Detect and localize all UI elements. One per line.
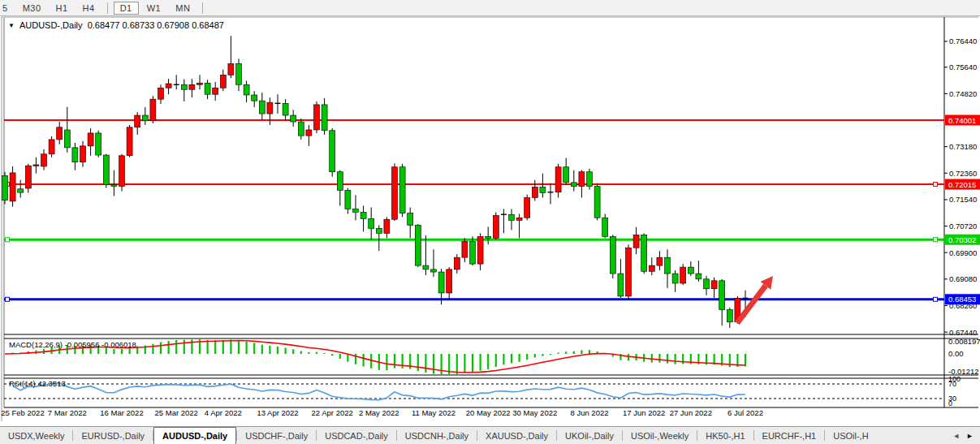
symbol-tab-eurusd-daily[interactable]: EURUSD-,Daily [73,427,153,444]
candle-body-bull [135,115,140,127]
timeframe-button-M30[interactable]: M30 [16,2,48,15]
candle-body-bull [477,236,483,264]
candle-body-bull [462,241,468,257]
timeframe-button-H4[interactable]: H4 [76,2,101,15]
candle-body-bull [41,154,47,166]
symbol-tab-usoil-h[interactable]: USOil-,H [825,427,876,444]
candle-body-bear [72,148,78,162]
candle-body-bull [88,133,93,146]
symbol-tab-usdx-weekly[interactable]: USDX,Weekly [0,427,72,444]
candle-body-bull [166,84,171,88]
price-axis-label: 0.72360 [949,169,977,178]
tab-scroll-left-icon[interactable]: ◄ [949,432,963,440]
candle-body-bull [267,102,273,114]
symbol-tab-usdcad-daily[interactable]: USDCAD-,Daily [317,427,396,444]
candle-body-bear [431,269,437,272]
line-handle[interactable] [934,183,938,187]
timeframe-button-5[interactable]: 5 [1,2,15,15]
chart-canvas[interactable]: 0.764400.756400.748200.731800.723600.715… [0,16,980,426]
candle-body-bear [111,185,117,187]
date-axis-label: 17 Jun 2022 [623,408,665,417]
candle-body-bull [633,235,639,248]
candle-body-bear [259,101,265,114]
price-axis-label: 0.74820 [949,89,977,98]
date-axis-label: 6 Jul 2022 [727,408,763,417]
date-axis-label: 27 Jun 2022 [670,408,712,417]
candle-body-bull [711,281,717,289]
candle-body-bear [727,310,732,322]
candle-body-bull [25,166,31,188]
candle-body-bull [197,83,203,84]
chart-ohlc-values: 0.68477 0.68733 0.67908 0.68487 [88,20,224,30]
candle-body-bull [158,88,164,99]
price-badge-text: 0.72015 [948,180,976,189]
candle-body-bull [150,99,156,121]
candle-body-bear [96,133,101,155]
macd-indicator-label: MACD(12,26,9) -0.005956 -0.006018 [9,340,136,349]
line-handle[interactable] [6,297,10,301]
candle-body-bear [64,130,70,148]
price-axis-label: 0.70720 [949,222,977,231]
candle-body-bear [18,189,24,192]
symbol-tab-usdcnh-daily[interactable]: USDCNH-,Daily [397,427,477,444]
candle-body-bear [291,115,296,122]
candle-body-bull [220,75,226,88]
candle-body-bear [337,172,343,191]
candle-body-bull [127,127,132,156]
candle-body-bull [447,269,452,293]
timeframe-button-W1[interactable]: W1 [140,2,168,15]
price-badge-text: 0.70302 [948,235,976,244]
candle-body-bear [618,274,624,296]
chart-background [0,16,980,426]
candle-body-bear [345,190,351,209]
candle-body-bear [602,218,608,236]
rsi-axis-label-0: 0 [948,399,952,407]
candle-body-bear [353,209,359,212]
price-axis-label: 0.75640 [949,63,977,71]
line-handle[interactable] [6,238,10,242]
date-axis-label: 22 Apr 2022 [312,408,353,417]
symbol-tab-eurchf-h1[interactable]: EURCHF-,H1 [754,427,825,444]
candle-body-bear [283,103,288,115]
candle-body-bull [10,173,15,201]
candle-body-bear [415,225,421,265]
macd-axis-label: 0.00 [948,349,964,358]
date-axis-label: 16 Mar 2022 [100,408,143,417]
candle-body-bear [704,279,710,289]
line-handle[interactable] [934,297,938,301]
price-axis-label: 0.69080 [949,274,977,283]
candle-body-bull [626,248,632,296]
candle-body-bull [493,215,499,238]
timeframe-button-D1[interactable]: D1 [114,2,139,15]
candle-body-bull [119,156,125,187]
candle-body-bear [244,84,249,95]
timeframe-button-MN[interactable]: MN [169,2,196,15]
candle-body-bear [103,155,109,185]
chart-dropdown-icon[interactable]: ▼ [8,22,15,29]
symbol-tab-audusd-daily[interactable]: AUDUSD-,Daily [153,427,236,444]
line-handle[interactable] [934,238,938,242]
tab-scroll-right-icon[interactable]: ► [963,432,977,440]
macd-values: -0.005956 -0.006018 [65,340,136,349]
chart-title: ▼AUDUSD-,Daily 0.68477 0.68733 0.67908 0… [8,20,224,30]
candle-body-bear [408,213,413,226]
candle-body-bull [454,257,460,269]
symbol-tab-ukoil-daily[interactable]: UKOil-,Daily [557,427,622,444]
date-axis-label: 11 May 2022 [412,408,455,417]
candle-body-bear [252,95,257,101]
chart-window: 0.764400.756400.748200.731800.723600.715… [0,16,980,426]
candle-body-bull [314,105,320,130]
timeframe-button-H1[interactable]: H1 [50,2,75,15]
symbol-tab-hk50-h1[interactable]: HK50-,H1 [697,427,753,444]
symbol-tab-usdchf-daily[interactable]: USDCHF-,Daily [237,427,316,444]
toolbar-separator [202,2,203,14]
candle-body-bear [641,235,647,271]
candle-body-bull [57,127,63,140]
symbol-tab-usoil-weekly[interactable]: USOil-,Weekly [623,427,697,444]
symbol-tab-xauusd-daily[interactable]: XAUUSD-,Daily [477,427,556,444]
candle-body-bull [657,257,663,265]
rsi-indicator-label: RSI(14) 42.3513 [9,379,66,388]
candle-body-bull [532,187,537,197]
toolbar-separator [107,2,108,14]
candle-body-bear [610,236,615,274]
